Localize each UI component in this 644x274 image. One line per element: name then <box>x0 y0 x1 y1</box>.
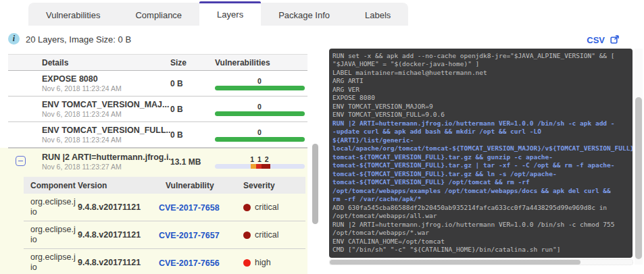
severity-cell: critical <box>237 202 305 212</box>
code-line: "$JAVA_HOME" = "$(docker-java-home)" ] <box>332 60 629 68</box>
code-line-highlighted: local/apache/org/tomcat/tomcat-${TOMCAT_… <box>332 144 629 153</box>
column-header-component: Component <box>24 181 71 190</box>
cve-link[interactable]: CVE-2017-7657 <box>159 231 220 240</box>
vulnerability-count: 0 <box>215 103 305 111</box>
vulnerability-table-header: Component Version Vulnerability Severity <box>24 177 305 194</box>
layers-table: Details Size Vulnerabilities EXPOSE 8080… <box>0 54 307 274</box>
severity-segment <box>256 164 262 169</box>
expanded-layer-zone: RUN |2 ARTI=huttermann.jfrog.i...Nov 6, … <box>0 148 307 274</box>
code-line: ARG VER <box>332 86 629 94</box>
layer-row[interactable]: ENV TOMCAT_VERSION_MAJ...Nov 6, 2018 11:… <box>8 97 307 122</box>
code-line-highlighted: ${ARTI}/list/generic- <box>332 136 629 144</box>
column-header-details: Details <box>42 58 170 67</box>
code-line-highlighted: tomcat-${TOMCAT_VERSION_FULL} /opt/tomca… <box>332 178 629 186</box>
layer-date: Nov 6, 2018 11:23:24 AM <box>42 84 170 93</box>
layer-size: 0 B <box>170 105 212 114</box>
collapse-button[interactable] <box>16 156 26 166</box>
vulnerability-row: org.eclipse.j io9.4.8.v20171121CVE-2017-… <box>24 249 305 274</box>
layers-table-header: Details Size Vulnerabilities <box>8 54 307 71</box>
layer-title: EXPOSE 8080 <box>42 74 170 84</box>
tab-vulnerabilities[interactable]: Vulnerabilities <box>28 3 118 26</box>
severity-segment <box>262 164 270 169</box>
code-line-highlighted: /opt/tomcat/webapps/examples /opt/tomcat… <box>332 187 629 195</box>
vulnerability-count: 0 <box>215 77 305 85</box>
layer-rows: EXPOSE 8080Nov 6, 2018 11:23:24 AM0 B0EN… <box>0 71 307 148</box>
layer-size: 0 B <box>170 130 212 140</box>
column-header-vulnerabilities: Vulnerabilities <box>212 58 307 67</box>
vulnerability-rows: org.eclipse.j io9.4.8.v20171121CVE-2017-… <box>24 194 305 274</box>
tab-layers[interactable]: Layers <box>199 1 261 26</box>
layer-title: ENV TOMCAT_VERSION_FULL... <box>42 126 170 136</box>
vulnerability-table: Component Version Vulnerability Severity… <box>24 177 305 274</box>
severity-cell: high <box>237 258 305 267</box>
export-icon[interactable] <box>610 34 620 44</box>
vulnerability-count: 0 <box>215 128 305 136</box>
layer-row[interactable]: ENV TOMCAT_VERSION_FULL...Nov 6, 2018 11… <box>8 122 307 148</box>
code-line-highlighted: -update curl && apk add bash && mkdir /o… <box>332 128 629 136</box>
version-cell: 9.4.8.v20171121 <box>71 230 159 240</box>
severity-dot-icon <box>243 259 251 267</box>
cve-link[interactable]: CVE-2017-7656 <box>159 258 220 268</box>
component-cell: org.eclipse.j io <box>24 225 71 245</box>
vulnerability-count: 1 1 2 <box>215 155 305 163</box>
code-line: ENV TOMCAT_VERSION_MAJOR=9 <box>332 103 629 111</box>
vulnerability-row: org.eclipse.j io9.4.8.v20171121CVE-2017-… <box>24 221 305 249</box>
column-header-version: Version <box>71 181 159 190</box>
severity-dot-icon <box>243 231 251 239</box>
severity-cell: critical <box>237 230 305 240</box>
vulnerability-row: org.eclipse.j io9.4.8.v20171121CVE-2017-… <box>24 194 305 221</box>
column-header-severity: Severity <box>237 181 305 190</box>
layer-row[interactable]: RUN |2 ARTI=huttermann.jfrog.i...Nov 6, … <box>8 148 307 175</box>
clean-bar <box>215 111 305 116</box>
version-cell: 9.4.8.v20171121 <box>71 258 159 267</box>
component-cell: org.eclipse.j io <box>24 252 71 273</box>
version-cell: 9.4.8.v20171121 <box>71 202 159 212</box>
column-header-size: Size <box>170 58 212 67</box>
severity-bar <box>215 164 305 169</box>
code-line: EXPOSE 8080 <box>332 94 629 102</box>
csv-export-link[interactable]: CSV <box>587 35 605 45</box>
code-line-highlighted: tomcat-${TOMCAT_VERSION_FULL}.tar.gz && … <box>332 170 629 178</box>
component-cell: org.eclipse.j io <box>24 197 71 217</box>
layer-row[interactable]: EXPOSE 8080Nov 6, 2018 11:23:24 AM0 B0 <box>8 71 307 97</box>
layers-summary: 20 Layers, Image Size: 0 B <box>26 34 131 45</box>
severity-label: high <box>255 258 271 267</box>
dockerfile-code-panel[interactable]: RUN set -x && apk add --no-cache openjdk… <box>329 49 633 258</box>
code-line: ARG ARTI <box>332 77 629 85</box>
code-horizontal-scrollbar[interactable] <box>329 259 633 265</box>
code-line: RUN |2 ARTI=huttermann.jfrog.io/hutterma… <box>332 221 629 229</box>
info-icon: i <box>8 33 20 45</box>
code-line: /opt/tomcat/webapps/*.war <box>332 229 629 237</box>
layer-date: Nov 6, 2018 11:23:27 AM <box>42 163 170 171</box>
layer-size: 13.1 MB <box>170 157 212 167</box>
severity-segment <box>251 164 256 169</box>
severity-label: critical <box>255 230 278 240</box>
code-line: ADD 630fa545cba86588df2b20450ab935214faf… <box>332 204 629 212</box>
code-vertical-scrollbar-thumb[interactable] <box>635 97 642 259</box>
severity-label: critical <box>255 202 278 212</box>
cve-link[interactable]: CVE-2017-7658 <box>159 203 220 213</box>
tab-labels[interactable]: Labels <box>347 3 408 26</box>
code-line: /opt/tomcat/webapps/all.war <box>332 212 629 220</box>
code-line: ENV CATALINA_HOME=/opt/tomcat <box>332 238 629 246</box>
clean-bar <box>215 137 305 142</box>
layers-page: VulnerabilitiesComplianceLayersPackage I… <box>0 0 644 274</box>
severity-dot-icon <box>243 204 251 211</box>
code-vertical-scrollbar[interactable] <box>635 49 643 265</box>
layer-date: Nov 6, 2018 11:23:24 AM <box>42 136 170 144</box>
code-line: RUN set -x && apk add --no-cache openjdk… <box>332 52 629 60</box>
code-line-highlighted: RUN |2 ARTI=huttermann.jfrog.io/hutterma… <box>332 119 629 128</box>
clean-bar <box>215 86 305 90</box>
tab-compliance[interactable]: Compliance <box>118 3 199 26</box>
column-header-vulnerability: Vulnerability <box>159 181 237 190</box>
code-line-highlighted: tomcat-${TOMCAT_VERSION_FULL}.tar.gz | t… <box>332 161 629 169</box>
tab-package-info[interactable]: Package Info <box>261 3 347 26</box>
left-panel-scrollbar-thumb[interactable] <box>312 144 318 224</box>
code-horizontal-scrollbar-thumb[interactable] <box>330 260 580 265</box>
left-panel-scrollbar[interactable] <box>312 54 320 274</box>
tab-strip: VulnerabilitiesComplianceLayersPackage I… <box>28 3 408 26</box>
code-line: CMD ["/bin/sh" "-c" "${CATALINA_HOME}/bi… <box>332 246 629 254</box>
code-line: ENV TOMCAT_VERSION_FULL=9.0.6 <box>332 111 629 119</box>
code-line: LABEL maintainer=michael@huettermann.net <box>332 69 629 77</box>
layer-title: ENV TOMCAT_VERSION_MAJ... <box>42 100 170 110</box>
